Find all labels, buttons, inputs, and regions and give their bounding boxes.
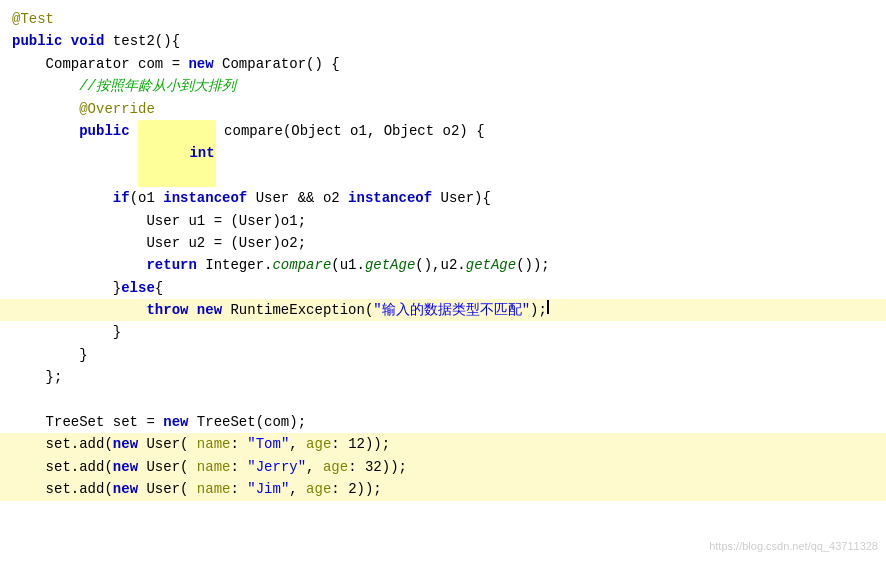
kw-return: return — [146, 254, 196, 276]
code-line-10: return Integer. compare (u1. getAge (),u… — [0, 254, 886, 276]
code-text: (),u2. — [415, 254, 465, 276]
code-line-12: throw new RuntimeException( "输入的数据类型不匹配"… — [0, 299, 886, 321]
method-getage1: getAge — [365, 254, 415, 276]
code-text: TreeSet(com); — [188, 411, 306, 433]
watermark: https://blog.csdn.net/qq_43711328 — [709, 538, 878, 556]
kw-instanceof1: instanceof — [163, 187, 247, 209]
param-age3: age — [306, 478, 331, 500]
kw-else: else — [121, 277, 155, 299]
string-tom: "Tom" — [247, 433, 289, 455]
code-text: Integer. — [197, 254, 273, 276]
code-text: : — [230, 478, 247, 500]
code-editor: @Test public void test2(){ Comparator co… — [0, 0, 886, 564]
kw-public: public — [12, 30, 62, 52]
kw-if: if — [113, 187, 130, 209]
code-text: set.add( — [12, 478, 113, 500]
code-text: User u1 = (User)o1; — [12, 210, 306, 232]
code-line-8: User u1 = (User)o1; — [0, 210, 886, 232]
string-jim: "Jim" — [247, 478, 289, 500]
kw-new5: new — [113, 456, 138, 478]
code-text — [62, 30, 70, 52]
code-text: test2(){ — [104, 30, 180, 52]
annotation-test: @Test — [12, 8, 54, 30]
code-text: User){ — [432, 187, 491, 209]
code-text: } — [12, 277, 121, 299]
code-line-16 — [0, 389, 886, 411]
param-name1: name — [197, 433, 231, 455]
code-line-2: public void test2(){ — [0, 30, 886, 52]
kw-public2: public — [79, 120, 129, 142]
code-text: , — [289, 433, 306, 455]
method-getage2: getAge — [466, 254, 516, 276]
string-jerry: "Jerry" — [247, 456, 306, 478]
comment-age-sort: //按照年龄从小到大排列 — [12, 75, 236, 97]
code-text — [130, 120, 138, 142]
code-text: (o1 — [130, 187, 164, 209]
code-text: ); — [530, 299, 547, 321]
code-line-1: @Test — [0, 8, 886, 30]
code-line-3: Comparator com = new Comparator() { — [0, 53, 886, 75]
code-text: TreeSet set = — [12, 411, 163, 433]
code-text — [188, 299, 196, 321]
code-text: : — [230, 433, 247, 455]
code-line-4: //按照年龄从小到大排列 — [0, 75, 886, 97]
code-text: : 2)); — [331, 478, 381, 500]
code-line-18: set.add( new User( name : "Tom" , age : … — [0, 433, 886, 455]
code-text: }; — [12, 366, 62, 388]
code-line-14: } — [0, 344, 886, 366]
code-line-17: TreeSet set = new TreeSet(com); — [0, 411, 886, 433]
kw-int: int — [189, 145, 214, 161]
code-line-11: } else { — [0, 277, 886, 299]
code-text — [12, 389, 20, 411]
param-name2: name — [197, 456, 231, 478]
code-line-15: }; — [0, 366, 886, 388]
param-age2: age — [323, 456, 348, 478]
kw-new3: new — [163, 411, 188, 433]
param-name3: name — [197, 478, 231, 500]
kw-new: new — [188, 53, 213, 75]
int-highlight: int — [138, 120, 216, 187]
kw-instanceof2: instanceof — [348, 187, 432, 209]
code-text: RuntimeException( — [222, 299, 373, 321]
code-text: { — [155, 277, 163, 299]
code-line-13: } — [0, 321, 886, 343]
code-text: } — [12, 344, 88, 366]
code-text: } — [12, 321, 121, 343]
kw-new2: new — [197, 299, 222, 321]
code-text: : 32)); — [348, 456, 407, 478]
text-cursor — [547, 300, 549, 314]
code-text — [12, 254, 146, 276]
code-text: (u1. — [331, 254, 365, 276]
param-age1: age — [306, 433, 331, 455]
code-line-7: if (o1 instanceof User && o2 instanceof … — [0, 187, 886, 209]
code-text: User u2 = (User)o2; — [12, 232, 306, 254]
code-line-20: set.add( new User( name : "Jim" , age : … — [0, 478, 886, 500]
kw-new6: new — [113, 478, 138, 500]
code-line-19: set.add( new User( name : "Jerry" , age … — [0, 456, 886, 478]
code-text: set.add( — [12, 456, 113, 478]
code-text: Comparator com = — [12, 53, 188, 75]
kw-new4: new — [113, 433, 138, 455]
code-text: ()); — [516, 254, 550, 276]
code-text — [12, 187, 113, 209]
code-text: , — [306, 456, 323, 478]
code-line-6: public int compare(Object o1, Object o2)… — [0, 120, 886, 187]
code-text: Comparator() { — [214, 53, 340, 75]
code-text — [12, 120, 79, 142]
string-exception-msg: "输入的数据类型不匹配" — [373, 299, 530, 321]
code-text: User( — [138, 478, 197, 500]
kw-void: void — [71, 30, 105, 52]
method-compare: compare — [272, 254, 331, 276]
code-text — [12, 299, 146, 321]
code-text: User( — [138, 433, 197, 455]
code-text: User( — [138, 456, 197, 478]
code-text: User && o2 — [247, 187, 348, 209]
annotation-override: @Override — [12, 98, 155, 120]
code-text: : 12)); — [331, 433, 390, 455]
code-line-5: @Override — [0, 98, 886, 120]
code-text: compare(Object o1, Object o2) { — [216, 120, 485, 142]
code-line-9: User u2 = (User)o2; — [0, 232, 886, 254]
kw-throw: throw — [146, 299, 188, 321]
code-text: set.add( — [12, 433, 113, 455]
code-text: : — [230, 456, 247, 478]
